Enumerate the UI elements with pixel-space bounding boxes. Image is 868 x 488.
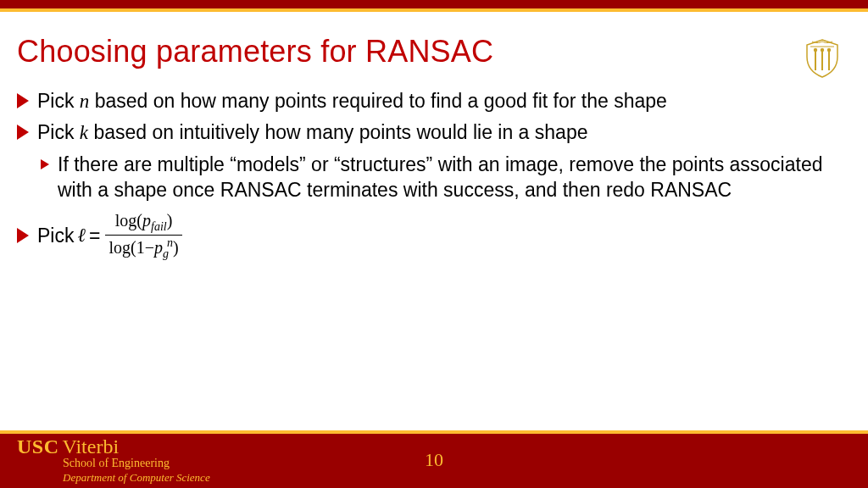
bullet-text: If there are multiple “models” or “struc… — [58, 152, 843, 203]
text: log( — [115, 211, 142, 230]
bullet-item: Pick k based on intuitively how many poi… — [17, 119, 843, 146]
numerator: log(pfail) — [105, 211, 181, 235]
text: Pick — [37, 223, 74, 248]
text: ) — [167, 211, 173, 230]
bullet-item: Pick n based on how many points required… — [17, 88, 843, 114]
sub-bullet-item: If there are multiple “models” or “struc… — [41, 152, 843, 203]
superscript: n — [167, 236, 173, 249]
top-accent-bar — [0, 0, 868, 8]
math-var: n — [80, 91, 90, 112]
slide: Choosing parameters for RANSAC Pick n ba… — [0, 0, 868, 488]
text: = — [89, 223, 100, 248]
text: log(1− — [108, 237, 154, 256]
bullet-icon — [17, 93, 29, 108]
math-var: p — [142, 211, 151, 230]
text: Pick — [37, 90, 80, 112]
bullet-text: Pick n based on how many points required… — [37, 88, 843, 114]
bullet-icon — [41, 159, 49, 169]
bullet-item: Pick ℓ = log(pfail) log(1−pgn) — [17, 211, 843, 259]
svg-point-4 — [821, 48, 824, 52]
content-area: Pick n based on how many points required… — [17, 88, 843, 265]
svg-point-5 — [827, 48, 831, 52]
bullet-icon — [17, 125, 29, 140]
text: based on how many points required to fin… — [89, 90, 667, 112]
denominator: log(1−pgn) — [105, 236, 181, 260]
bullet-icon — [17, 228, 29, 243]
footer-bar: USCViterbi School of Engineering Departm… — [0, 434, 868, 488]
slide-title: Choosing parameters for RANSAC — [17, 34, 493, 69]
subscript: fail — [151, 220, 167, 233]
svg-point-3 — [814, 48, 817, 52]
page-number: 10 — [0, 449, 868, 471]
department-name: Department of Computer Science — [63, 472, 210, 484]
math-var: ℓ — [77, 223, 86, 248]
math-var: k — [80, 122, 88, 143]
bullet-text: Pick ℓ = log(pfail) log(1−pgn) — [37, 211, 843, 259]
text: Pick — [37, 121, 80, 143]
fraction: log(pfail) log(1−pgn) — [105, 211, 181, 259]
usc-shield-icon — [802, 38, 843, 79]
text: based on intuitively how many points wou… — [88, 121, 587, 143]
math-var: p — [154, 237, 163, 256]
text: ) — [173, 237, 179, 256]
bullet-text: Pick k based on intuitively how many poi… — [37, 119, 843, 146]
